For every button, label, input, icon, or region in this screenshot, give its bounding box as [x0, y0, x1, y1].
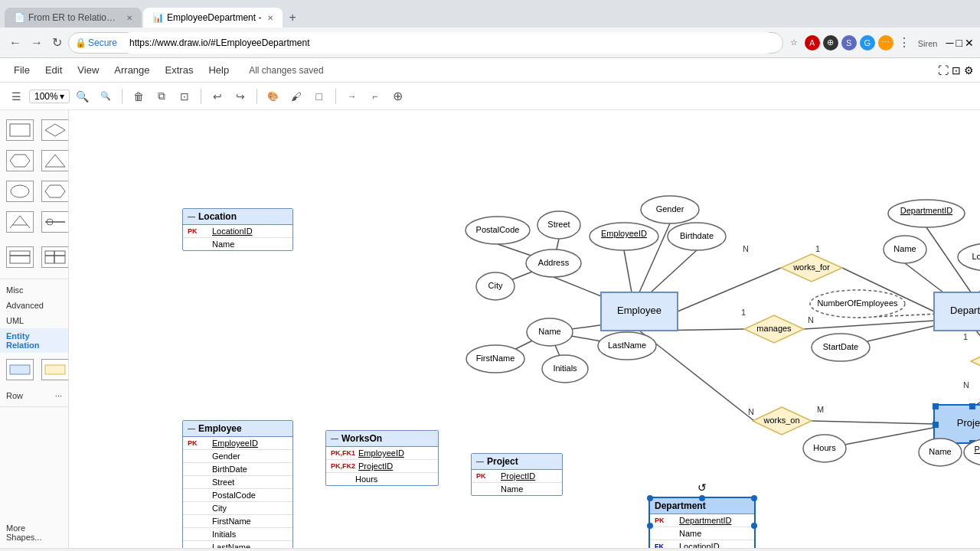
attr-gender[interactable] [641, 196, 699, 223]
connection-button[interactable]: → [342, 86, 362, 106]
ext4-icon[interactable]: G [860, 35, 875, 51]
relation-controls[interactable] [971, 347, 980, 375]
attr-hours[interactable] [803, 435, 846, 462]
proj-handle-tm[interactable] [969, 403, 975, 409]
zoom-in-button[interactable]: 🔍 [73, 86, 93, 106]
relation-worksfor[interactable] [781, 254, 842, 282]
er-shape-2[interactable] [38, 356, 69, 385]
new-tab-button[interactable]: + [283, 8, 302, 28]
sidebar-uml[interactable]: UML [0, 313, 68, 328]
shape-basic-7[interactable] [3, 208, 37, 237]
tab1-close[interactable]: ✕ [126, 14, 132, 22]
attr-firstname[interactable] [466, 345, 524, 373]
resize-ml[interactable] [647, 523, 653, 529]
resize-tl[interactable] [647, 495, 653, 501]
shape-basic-6[interactable] [38, 178, 69, 207]
table-location[interactable]: — Location PK LocationID Name [182, 208, 293, 251]
ext3-icon[interactable]: S [841, 35, 857, 51]
shape-table-2[interactable] [38, 243, 69, 272]
copy-button[interactable]: ⧉ [152, 86, 172, 106]
shape-basic-8[interactable] [38, 208, 69, 237]
zoom-out-button[interactable]: 🔍 [96, 86, 116, 106]
sidebar-toggle-button[interactable]: ☰ [6, 86, 26, 106]
shape-basic-3[interactable] [3, 147, 37, 176]
entity-project[interactable] [934, 405, 980, 443]
settings-button[interactable]: ⚙ [964, 64, 974, 77]
attr-street[interactable] [537, 211, 580, 239]
attr-startdate[interactable] [812, 334, 870, 361]
undo-button[interactable]: ↩ [207, 86, 227, 106]
sidebar-misc[interactable]: Misc [0, 282, 68, 298]
forward-button[interactable]: → [28, 34, 46, 51]
ext1-icon[interactable]: A [805, 35, 820, 51]
resize-tr[interactable] [751, 495, 757, 501]
canvas-area[interactable]: — Location PK LocationID Name — Employee… [69, 110, 980, 548]
table-department[interactable]: Department PK DepartmentID Name FK Locat… [648, 497, 756, 548]
resize-mr[interactable] [751, 523, 757, 529]
border-button[interactable]: □ [309, 86, 329, 106]
shape-table-1[interactable] [3, 243, 37, 272]
tab2-close[interactable]: ✕ [267, 14, 273, 22]
menu-arrange[interactable]: Arrange [106, 61, 157, 79]
relation-manages[interactable] [744, 315, 804, 343]
attr-projid[interactable] [964, 439, 980, 466]
attr-name-emp[interactable] [527, 318, 573, 346]
address-bar[interactable] [120, 32, 776, 54]
sidebar-advanced[interactable]: Advanced [0, 298, 68, 313]
maximize-button[interactable]: □ [956, 37, 962, 49]
bookmark-icon[interactable]: ☆ [786, 35, 802, 51]
add-button[interactable]: ⊕ [388, 86, 408, 106]
minimize-button[interactable]: ─ [946, 37, 953, 49]
entity-employee[interactable] [601, 292, 678, 331]
attr-postalcode[interactable] [466, 217, 530, 244]
attr-numemps[interactable] [810, 290, 905, 318]
panel-toggle-button[interactable]: ⊡ [952, 64, 961, 77]
zoom-control[interactable]: 100% ▾ [29, 90, 70, 103]
format-button[interactable]: 🎨 [263, 86, 283, 106]
delete-button[interactable]: 🗑 [129, 86, 149, 106]
sidebar-entity-relation[interactable]: Entity Relation [0, 328, 68, 353]
attr-city[interactable] [476, 272, 514, 300]
ext2-icon[interactable]: ⊕ [823, 35, 838, 51]
menu-icon[interactable]: ⋮ [897, 35, 912, 51]
close-window-button[interactable]: ✕ [965, 37, 974, 49]
table-workson[interactable]: — WorksOn PK,FK1 EmployeeID PK,FK2 Proje… [325, 430, 439, 486]
entity-department[interactable] [934, 292, 980, 331]
er-shape-1[interactable] [3, 356, 37, 385]
menu-help[interactable]: Help [201, 61, 237, 79]
attr-address[interactable] [526, 249, 581, 277]
tab-2[interactable]: 📊 EmployeeDepartment - ✕ [143, 8, 283, 28]
attr-birthdate[interactable] [668, 223, 726, 250]
shape-basic-4[interactable] [38, 147, 69, 176]
attr-deptid[interactable] [888, 200, 965, 227]
more-shapes-button[interactable]: More Shapes... [0, 520, 68, 545]
menu-edit[interactable]: Edit [38, 61, 70, 79]
proj-handle-bm[interactable] [969, 440, 975, 446]
menu-extras[interactable]: Extras [158, 61, 201, 79]
shape-basic-5[interactable] [3, 178, 37, 207]
refresh-icon[interactable]: ↺ [697, 481, 707, 494]
horizontal-scrollbar[interactable] [0, 548, 980, 551]
table-employee[interactable]: — Employee PK EmployeeID Gender BirthDat… [182, 420, 293, 548]
waypoint-button[interactable]: ⌐ [365, 86, 385, 106]
back-button[interactable]: ← [6, 34, 24, 51]
attr-employeeid[interactable] [590, 223, 658, 250]
attr-locations[interactable] [958, 243, 980, 271]
proj-handle-ml[interactable] [933, 422, 939, 428]
ext5-icon[interactable]: ⋯ [878, 35, 893, 51]
attr-initials[interactable] [542, 355, 588, 383]
fill-button[interactable]: 🖌 [286, 86, 306, 106]
sidebar-row[interactable]: Row ··· [0, 388, 68, 403]
fullscreen-button[interactable]: ⛶ [938, 64, 949, 77]
attr-deptname[interactable] [884, 236, 926, 263]
proj-handle-tl[interactable] [933, 403, 939, 409]
paste-button[interactable]: ⊡ [175, 86, 194, 106]
attr-lastname[interactable] [598, 332, 656, 360]
relation-workson[interactable] [753, 407, 812, 435]
menu-view[interactable]: View [70, 61, 106, 79]
shape-basic-1[interactable] [3, 116, 37, 145]
proj-handle-bl[interactable] [933, 440, 939, 446]
menu-file[interactable]: File [6, 61, 38, 79]
redo-button[interactable]: ↪ [230, 86, 250, 106]
resize-tm[interactable] [699, 495, 705, 501]
